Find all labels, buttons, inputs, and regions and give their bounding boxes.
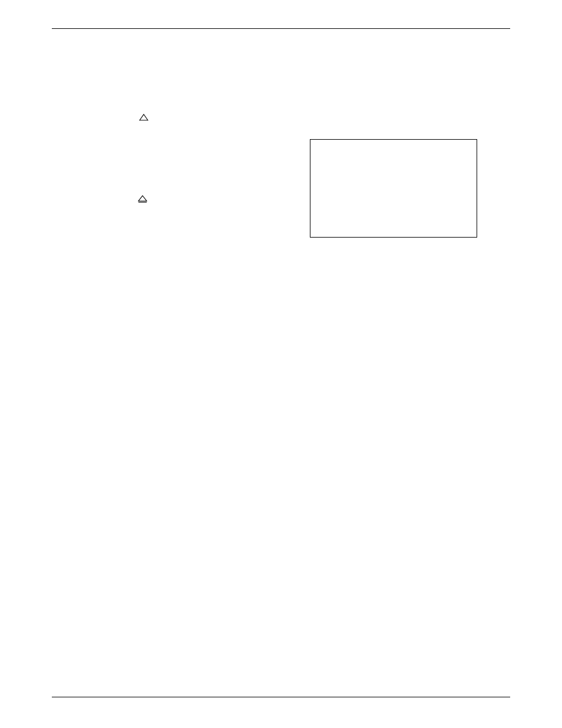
svg-marker-0 [140,114,148,120]
bottom-horizontal-rule [52,697,510,697]
triangle-bar-icon [138,172,147,179]
callout-box [310,139,477,238]
triangle-icon [115,101,148,135]
svg-marker-1 [138,196,147,201]
top-horizontal-rule [52,28,510,29]
